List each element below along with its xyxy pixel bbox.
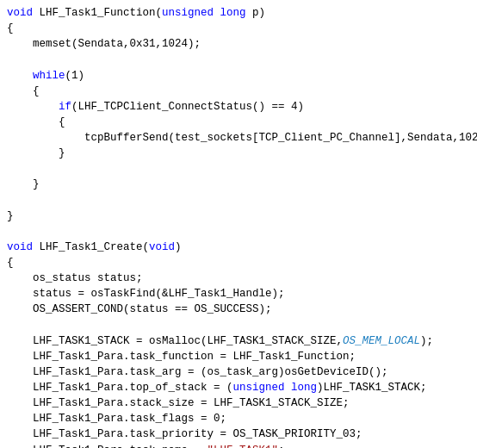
code-line: LHF_Task1_Para.task_arg = (os_task_arg)o… [0, 364, 477, 380]
token-kw: unsigned [162, 7, 214, 19]
token-plain: p) [246, 7, 266, 19]
code-line: LHF_Task1_Para.task_function = LHF_Task1… [0, 349, 477, 364]
token-plain: LHF_Task1_Para.task_name = [7, 445, 208, 449]
token-plain: { [7, 116, 65, 128]
token-plain [214, 7, 220, 19]
code-line [0, 193, 477, 208]
code-line: { [0, 255, 477, 271]
code-line [0, 161, 477, 177]
token-plain: { [7, 257, 14, 269]
token-plain: LHF_Task1_Para.task_function = LHF_Task1… [7, 351, 356, 363]
code-line: LHF_Task1_Para.task_flags = 0; [0, 411, 477, 426]
code-line: tcpBufferSend(test_sockets[TCP_Client_PC… [0, 130, 477, 146]
token-plain: LHF_Task1_Para.stack_size = LHF_TASK1_ST… [7, 397, 350, 409]
token-plain [7, 70, 33, 82]
token-plain: LHF_TASK1_STACK = osMalloc(LHF_TASK1_STA… [7, 335, 343, 347]
code-line [0, 224, 477, 240]
token-plain: } [7, 210, 14, 222]
token-plain: ) [175, 241, 182, 253]
code-line: OS_ASSERT_COND(status == OS_SUCCESS); [0, 302, 477, 317]
token-kw: void [149, 241, 175, 253]
token-plain: LHF_Task1_Para.task_priority = OS_TASK_P… [7, 428, 362, 440]
code-editor: void LHF_Task1_Function(unsigned long p)… [0, 0, 477, 448]
code-line: LHF_Task1_Para.task_name = "LHF_TASK1"; [0, 443, 477, 449]
token-plain: os_status status; [7, 272, 143, 284]
code-line: } [0, 208, 477, 224]
token-kw: unsigned [233, 382, 285, 394]
code-line: LHF_Task1_Para.top_of_stack = (unsigned … [0, 380, 477, 395]
token-kw: void [7, 7, 33, 19]
token-plain: } [7, 178, 40, 190]
token-plain: ); [420, 335, 433, 347]
token-kw: long [220, 7, 246, 19]
token-plain: LHF_Task1_Para.top_of_stack = ( [7, 382, 233, 394]
code-line: } [0, 146, 477, 161]
token-kw: long [291, 382, 317, 394]
token-plain: (LHF_TCPClient_ConnectStatus() == 4) [71, 101, 304, 113]
token-plain [7, 101, 59, 113]
token-plain: ; [278, 445, 285, 449]
token-plain: status = osTaskFind(&LHF_Task1_Handle); [7, 288, 285, 300]
token-plain: } [7, 147, 65, 159]
code-line: status = osTaskFind(&LHF_Task1_Handle); [0, 286, 477, 302]
code-line [0, 52, 477, 67]
token-kw: void [7, 241, 33, 253]
token-kw: while [33, 70, 65, 82]
code-line: void LHF_Task1_Create(void) [0, 240, 477, 255]
token-plain: LHF_Task1_Function( [33, 7, 162, 19]
code-line: { [0, 84, 477, 99]
token-plain [285, 382, 292, 394]
code-line: LHF_Task1_Para.task_priority = OS_TASK_P… [0, 426, 477, 442]
token-plain: tcpBufferSend(test_sockets[TCP_Client_PC… [7, 132, 477, 144]
token-plain: )LHF_TASK1_STACK; [317, 382, 427, 394]
code-line: while(1) [0, 68, 477, 84]
code-line: { [0, 115, 477, 130]
token-plain: LHF_Task1_Create( [33, 241, 149, 253]
code-line: } [0, 177, 477, 192]
code-line: memset(Sendata,0x31,1024); [0, 36, 477, 52]
token-plain: LHF_Task1_Para.task_arg = (os_task_arg)o… [7, 366, 388, 378]
token-plain: memset(Sendata,0x31,1024); [7, 38, 201, 50]
code-line: { [0, 21, 477, 36]
token-plain: { [7, 22, 14, 34]
token-plain: LHF_Task1_Para.task_flags = 0; [7, 413, 226, 425]
token-plain: { [7, 85, 40, 97]
token-blue-italic: OS_MEM_LOCAL [343, 335, 420, 347]
token-plain: OS_ASSERT_COND(status == OS_SUCCESS); [7, 303, 272, 315]
code-line [0, 318, 477, 333]
code-line: LHF_TASK1_STACK = osMalloc(LHF_TASK1_STA… [0, 333, 477, 349]
token-plain: (1) [65, 70, 85, 82]
token-kw: if [59, 101, 71, 113]
token-string: "LHF_TASK1" [208, 445, 279, 449]
code-line: LHF_Task1_Para.stack_size = LHF_TASK1_ST… [0, 395, 477, 411]
code-line: if(LHF_TCPClient_ConnectStatus() == 4) [0, 99, 477, 115]
code-line: void LHF_Task1_Function(unsigned long p) [0, 5, 477, 21]
code-line: os_status status; [0, 271, 477, 286]
